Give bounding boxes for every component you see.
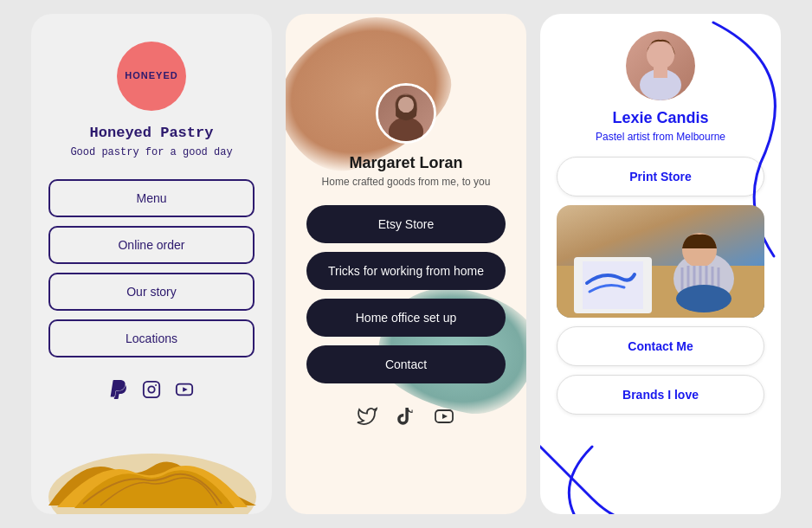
tiktok-icon[interactable] — [395, 406, 416, 432]
twitter-icon[interactable] — [357, 406, 377, 432]
lexie-subtitle: Pastel artist from Melbourne — [596, 131, 725, 143]
bakery-title: Honeyed Pastry — [90, 125, 214, 141]
svg-marker-4 — [183, 387, 188, 392]
croissant-image — [31, 410, 272, 514]
svg-point-1 — [148, 386, 154, 392]
online-order-button[interactable]: Online order — [48, 226, 255, 264]
lexie-name: Lexie Candis — [612, 109, 708, 127]
locations-button[interactable]: Locations — [48, 319, 255, 357]
lexie-avatar-image — [626, 31, 695, 100]
avatar-image — [378, 86, 434, 141]
svg-rect-0 — [144, 382, 159, 397]
etsy-store-button[interactable]: Etsy Store — [306, 205, 506, 243]
card-lexie-candis: Lexie Candis Pastel artist from Melbourn… — [540, 14, 781, 514]
youtube-icon[interactable] — [175, 380, 194, 403]
margaret-name: Margaret Loran — [349, 154, 462, 172]
card-margaret-loran: Margaret Loran Home crafted goods from m… — [286, 14, 526, 514]
margaret-tagline: Home crafted goods from me, to you — [322, 176, 491, 188]
social-icons — [109, 380, 194, 403]
youtube-icon-2[interactable] — [433, 406, 455, 432]
tricks-wfh-button[interactable]: Tricks for working from home — [306, 252, 506, 290]
svg-point-27 — [676, 285, 731, 312]
margaret-social-icons — [357, 406, 455, 432]
paypal-icon[interactable] — [109, 380, 128, 403]
svg-point-7 — [389, 118, 423, 144]
card-honeyed-pastry: HONEYED Honeyed Pastry Good pastry for a… — [31, 14, 272, 514]
home-office-button[interactable]: Home office set up — [306, 299, 506, 337]
menu-button[interactable]: Menu — [48, 179, 255, 217]
bakery-subtitle: Good pastry for a good day — [70, 146, 232, 158]
svg-point-11 — [647, 42, 674, 69]
our-story-button[interactable]: Our story — [48, 273, 255, 311]
lexie-avatar — [626, 31, 695, 100]
svg-marker-10 — [442, 414, 448, 419]
brands-i-love-button[interactable]: Brands I love — [557, 375, 764, 415]
instagram-icon[interactable] — [142, 380, 161, 403]
artwork-image — [557, 205, 764, 318]
logo-text: HONEYED — [125, 70, 177, 81]
contact-me-button[interactable]: Contact Me — [557, 326, 764, 366]
contact-button[interactable]: Contact — [306, 345, 506, 383]
margaret-avatar — [376, 83, 436, 144]
lexie-artwork-photo — [557, 205, 764, 318]
svg-point-8 — [398, 97, 414, 113]
logo-circle: HONEYED — [117, 42, 186, 111]
print-store-button[interactable]: Print Store — [557, 157, 764, 196]
svg-point-2 — [155, 384, 157, 386]
svg-rect-13 — [654, 68, 667, 78]
